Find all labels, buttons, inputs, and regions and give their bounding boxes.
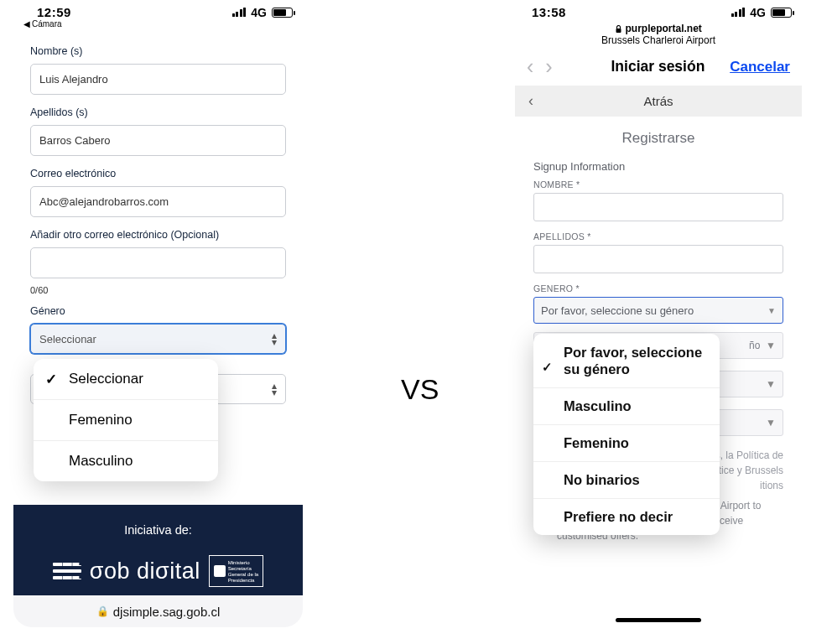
gender-dropdown-left: ✓ Seleccionar Femenino Masculino [34, 359, 218, 481]
auth-nav-bar: ‹ › Iniciar sesión Cancelar [515, 51, 802, 86]
select-arrows-icon: ▴▾ [272, 332, 277, 345]
name-input[interactable] [30, 64, 286, 95]
lock-icon: 🔒 [96, 605, 109, 617]
status-time: 13:58 [532, 5, 566, 19]
seal-icon [214, 565, 226, 577]
cancel-button[interactable]: Cancelar [730, 59, 790, 75]
nav-back-chevron-icon[interactable]: ‹ [527, 55, 533, 79]
nav-title: Iniciar sesión [564, 58, 719, 75]
status-time: 12:59 [37, 5, 71, 19]
email-input[interactable] [30, 186, 286, 217]
section-label: Signup Information [533, 160, 783, 173]
signup-title: Registrarse [533, 130, 783, 147]
gender-option-masculino[interactable]: Masculino [34, 440, 218, 481]
select-arrows-icon: ▴▾ [272, 382, 277, 396]
nav-forward-chevron-icon[interactable]: › [545, 55, 552, 79]
back-to-app[interactable]: ◀ Cámara [13, 19, 303, 29]
surname-input[interactable] [533, 245, 783, 273]
surname-label: APELLIDOS * [533, 231, 783, 242]
gender-option-nobinarios[interactable]: No binarios [533, 461, 720, 498]
char-count: 0/60 [30, 285, 286, 295]
gender-select-value: Seleccionar [39, 333, 96, 345]
footer-left: Iniciativa de: σob diσital Ministerio Se… [13, 505, 303, 595]
url-bar[interactable]: 🔒 djsimple.sag.gob.cl [13, 595, 303, 627]
gender-select[interactable]: Por favor, seleccione su género ▼ [533, 297, 783, 324]
name-label: Nombre (s) [30, 45, 286, 57]
gender-option-femenino[interactable]: Femenino [34, 399, 218, 440]
name-label: NOMBRE * [533, 179, 783, 190]
gender-option-masculino[interactable]: Masculino [533, 387, 720, 424]
gender-label: GENERO * [533, 283, 783, 293]
signup-form-right: Registrarse Signup Information NOMBRE * … [515, 117, 802, 324]
battery-icon [272, 8, 293, 18]
signal-icon [731, 8, 746, 17]
name-input[interactable] [533, 193, 783, 221]
checkmark-icon: ✓ [45, 371, 57, 388]
signup-form-left: Nombre (s) Apellidos (s) Correo electrón… [13, 29, 303, 404]
alt-email-input[interactable] [30, 247, 286, 278]
gender-option-placeholder[interactable]: ✓ Seleccionar [34, 359, 218, 399]
gender-option-femenino[interactable]: Femenino [533, 424, 720, 461]
alt-email-label: Añadir otro correo electrónico (Opcional… [30, 229, 286, 241]
url-text: djsimple.sag.gob.cl [113, 605, 221, 619]
ministry-badge: Ministerio Secretaría General de la Pres… [209, 555, 264, 587]
gob-digital-logo: σob diσital [90, 558, 200, 584]
phone-left: 12:59 4G ◀ Cámara Nombre (s) Apellidos (… [13, 0, 303, 627]
email-label: Correo electrónico [30, 168, 286, 179]
vs-label: VS [401, 373, 439, 406]
status-bar: 13:58 4G [515, 0, 802, 21]
gender-label: Género [30, 305, 286, 317]
gob-bars-icon [53, 559, 81, 583]
signal-icon [232, 8, 247, 17]
svg-rect-0 [616, 29, 621, 33]
battery-icon [771, 8, 792, 18]
initiative-label: Iniciativa de: [23, 523, 293, 537]
dropdown-triangle-icon: ▼ [767, 306, 776, 315]
gender-dropdown-right: ✓ Por favor, seleccione su género Mascul… [533, 334, 720, 535]
checkmark-icon: ✓ [542, 359, 553, 376]
gender-option-placeholder[interactable]: ✓ Por favor, seleccione su género [533, 334, 720, 387]
home-indicator[interactable] [616, 618, 701, 622]
back-triangle-icon: ◀ [23, 19, 30, 29]
dropdown-triangle-icon: ▼ [766, 415, 776, 430]
surname-label: Apellidos (s) [30, 106, 286, 118]
status-bar: 12:59 4G [13, 0, 303, 21]
surname-input[interactable] [30, 125, 286, 156]
gender-option-prefierenodecir[interactable]: Prefiere no decir [533, 498, 720, 535]
page-back-bar[interactable]: ‹ Atrás [515, 86, 802, 117]
captive-portal-caption: purpleportal.net Brussels Charleroi Airp… [515, 21, 802, 51]
network-label: 4G [750, 6, 766, 19]
network-label: 4G [251, 6, 267, 19]
gender-select-value: Por favor, seleccione su género [541, 304, 694, 317]
back-chevron-icon: ‹ [528, 92, 533, 110]
dropdown-triangle-icon: ▼ [766, 338, 776, 353]
gender-select[interactable]: Seleccionar ▴▾ [30, 324, 286, 354]
dropdown-triangle-icon: ▼ [766, 377, 776, 392]
lock-icon [615, 25, 622, 33]
